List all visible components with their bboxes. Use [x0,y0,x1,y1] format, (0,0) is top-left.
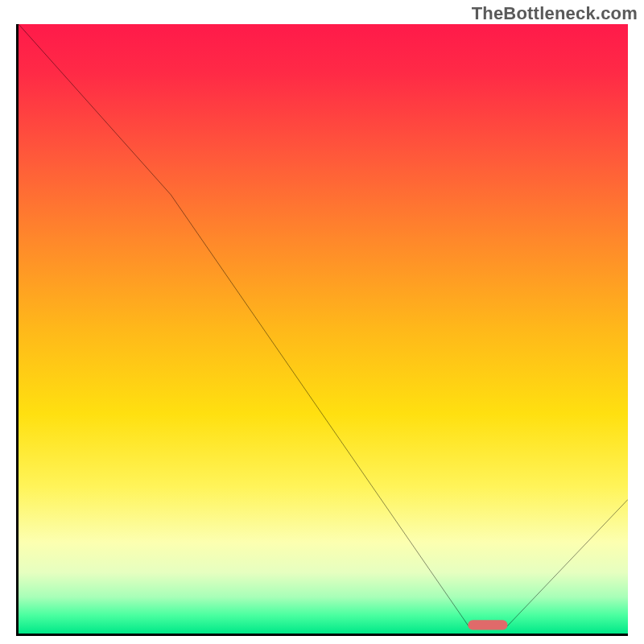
bottleneck-curve [19,24,628,629]
bottleneck-curve-svg [19,24,628,634]
chart-frame: TheBottleneck.com [0,0,644,644]
optimal-marker [468,620,507,630]
plot-area [16,24,628,636]
watermark-text: TheBottleneck.com [472,3,638,24]
